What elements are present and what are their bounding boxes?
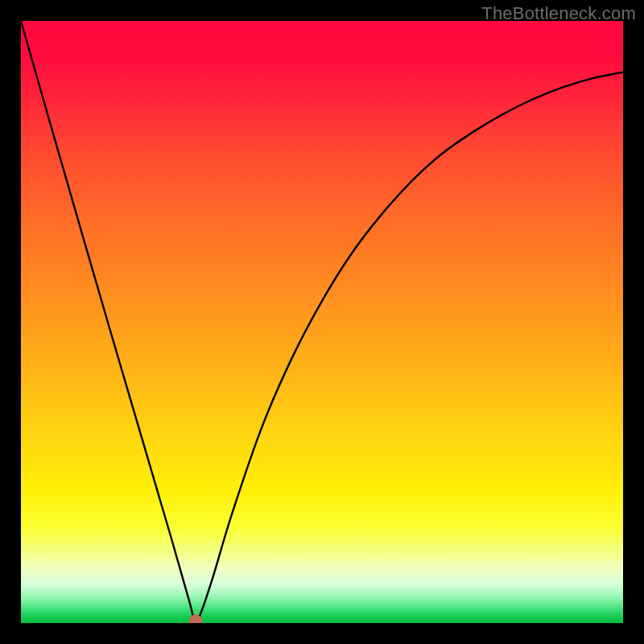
chart-frame: TheBottleneck.com [0,0,644,644]
plot-area [21,21,623,623]
watermark-text: TheBottleneck.com [481,3,636,24]
bottleneck-curve [21,21,623,623]
